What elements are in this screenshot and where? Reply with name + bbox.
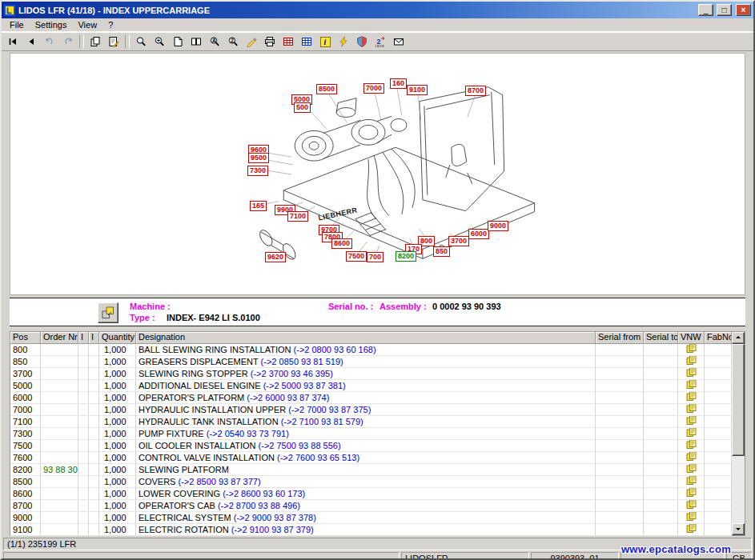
service-button[interactable] (335, 34, 352, 50)
designation-assembly-link[interactable]: (->2 6000 93 87 374) (244, 393, 329, 402)
hotspot-7100[interactable]: 7100 (287, 211, 308, 222)
table-row-8500[interactable]: 85001,000COVERS (->2 8500 93 87 377) (10, 476, 732, 488)
menu-settings[interactable]: Settings (30, 19, 73, 30)
page-preview-button[interactable] (86, 34, 104, 50)
designation-assembly-link[interactable]: (->2 7000 93 87 375) (286, 405, 371, 414)
designation-assembly-link[interactable]: (->2 8700 93 88 496) (215, 501, 300, 510)
designation-assembly-link[interactable]: (->2 0850 93 81 519) (259, 357, 343, 366)
designation-assembly-link[interactable]: (->2 7100 93 81 579) (279, 417, 363, 426)
table-scrollbar[interactable] (732, 331, 745, 536)
cell-vnw[interactable] (678, 500, 705, 512)
designation-assembly-link[interactable]: (->2 0540 93 73 791) (204, 429, 289, 438)
table-row-6000[interactable]: 60001,000OPERATOR'S PLATFORM (->2 6000 9… (10, 392, 732, 404)
table-row-3700[interactable]: 37001,000SLEWING RING STOPPER (->2 3700 … (10, 368, 732, 380)
hotspot-8500[interactable]: 8500 (316, 84, 337, 94)
first-page-button[interactable] (4, 34, 22, 50)
cell-vnw[interactable] (678, 344, 705, 356)
cell-vnw[interactable] (678, 488, 705, 500)
hotspot-9500[interactable]: 9500 (248, 153, 269, 163)
cell-vnw[interactable] (678, 404, 705, 416)
hotspot-9100[interactable]: 9100 (407, 85, 428, 95)
hotspot-160[interactable]: 160 (390, 78, 407, 89)
zoom-button[interactable] (132, 34, 150, 50)
hotspot-8700[interactable]: 8700 (465, 86, 486, 96)
designation-assembly-link[interactable]: (->2 8600 93 60 173) (220, 489, 305, 498)
cell-vnw[interactable] (678, 512, 705, 524)
hotspot-8600[interactable]: 8600 (331, 238, 352, 249)
table-row-8700[interactable]: 87001,000OPERATOR'S CAB (->2 8700 93 88 … (10, 500, 732, 512)
cell-vnw[interactable] (678, 452, 705, 464)
menu-help[interactable]: ? (102, 19, 118, 30)
assembly-hotspot-button[interactable] (98, 302, 118, 323)
table-row-9000[interactable]: 90001,000ELECTRICAL SYSTEM (->2 9000 93 … (10, 512, 732, 524)
hotspot-7500[interactable]: 7500 (346, 251, 367, 262)
cell-vnw[interactable] (678, 392, 705, 404)
hotspot-9000[interactable]: 9000 (488, 221, 508, 231)
hotspot-7300[interactable]: 7300 (247, 166, 268, 176)
hotspot-850[interactable]: 850 (433, 246, 450, 257)
cell-vnw[interactable] (678, 524, 705, 536)
cell-vnw[interactable] (678, 380, 705, 392)
view-back-button[interactable] (41, 34, 58, 50)
table-row-7000[interactable]: 70001,000HYDRAULIC INSTALLATION UPPER (-… (10, 404, 732, 416)
print-button[interactable] (261, 34, 279, 50)
table-row-8600[interactable]: 86001,000LOWER COVERING (->2 8600 93 60 … (10, 488, 732, 500)
table-row-850[interactable]: 8501,000GREASERS DISPLACEMENT (->2 0850 … (10, 356, 732, 368)
menu-file[interactable]: File (4, 19, 30, 30)
table-row-800[interactable]: 8001,000BALL SLEWING RING INSTALLATION (… (10, 344, 732, 356)
menu-view[interactable]: View (72, 19, 102, 30)
scroll-up-button[interactable] (732, 332, 745, 344)
scrollbar-thumb[interactable] (732, 344, 745, 456)
info-button[interactable]: i (316, 34, 334, 50)
lidos2-button[interactable]: 2LIDOS (371, 34, 389, 50)
page-edit-button[interactable] (105, 34, 122, 50)
hotspot-9620[interactable]: 9620 (265, 252, 286, 262)
table-row-9100[interactable]: 91001,000ELECTRIC ROTATION (->2 9100 93 … (10, 524, 732, 536)
parts-grid-red-button[interactable] (279, 34, 297, 50)
hotspot-7000[interactable]: 7000 (363, 83, 384, 94)
designation-assembly-link[interactable]: (->2 8500 93 87 377) (175, 477, 260, 486)
designation-assembly-link[interactable]: (->2 9000 93 87 378) (231, 513, 316, 522)
cell-vnw[interactable] (678, 464, 705, 476)
hotspot-8200[interactable]: 8200 (396, 251, 416, 262)
cell-vnw[interactable] (678, 368, 705, 380)
zoom-in-button[interactable] (151, 34, 168, 50)
close-button[interactable]: × (736, 4, 751, 16)
designation-assembly-link[interactable]: (->2 3700 93 46 395) (248, 369, 333, 378)
table-row-7100[interactable]: 71001,000HYDRAULIC TANK INSTALLATION (->… (10, 416, 732, 428)
cell-vnw[interactable] (678, 356, 705, 368)
parts-grid-blue-button[interactable] (298, 34, 315, 50)
fit-page-button[interactable] (169, 34, 187, 50)
hotspot-3700[interactable]: 3700 (448, 236, 469, 246)
security-button[interactable] (353, 34, 371, 50)
minimize-button[interactable]: _ (698, 4, 713, 16)
cell-vnw[interactable] (678, 428, 705, 440)
mail-button[interactable] (390, 34, 408, 50)
designation-assembly-link[interactable]: (->2 0800 93 60 168) (291, 345, 376, 354)
designation-assembly-link[interactable]: (->2 7500 93 88 556) (256, 441, 341, 450)
maximize-button[interactable]: □ (717, 4, 732, 16)
zoom-area-button[interactable]: A (206, 34, 223, 50)
scroll-down-button[interactable] (732, 523, 745, 535)
hotspot-700[interactable]: 700 (367, 252, 384, 262)
designation-assembly-link[interactable]: (->2 9100 93 87 379) (229, 525, 314, 534)
table-row-7600[interactable]: 76001,000CONTROL VALVE INSTALLATION (->2… (10, 452, 732, 464)
cell-vnw[interactable] (678, 476, 705, 488)
table-row-7300[interactable]: 73001,000PUMP FIXTURE (->2 0540 93 73 79… (10, 428, 732, 440)
view-forward-button[interactable] (59, 34, 77, 50)
edit-button[interactable] (243, 34, 260, 50)
table-row-5000[interactable]: 50001,000ADDITIONAL DIESEL ENGINE (->2 5… (10, 380, 732, 392)
table-row-7500[interactable]: 75001,000OIL COOLER INSTALLATION (->2 75… (10, 440, 732, 452)
hotspot-6000[interactable]: 6000 (468, 229, 489, 239)
designation-assembly-link[interactable]: (->2 7600 93 65 513) (275, 453, 359, 462)
hotspot-165[interactable]: 165 (250, 201, 267, 211)
scrollbar-track[interactable] (732, 344, 745, 523)
designation-assembly-link[interactable]: (->2 5000 93 87 381) (261, 381, 346, 390)
cell-vnw[interactable] (678, 416, 705, 428)
previous-page-button[interactable] (22, 34, 40, 50)
table-row-8200[interactable]: 820093 88 3011,000SLEWING PLATFORM (10, 464, 732, 476)
cell-vnw[interactable] (678, 440, 705, 452)
fit-width-button[interactable] (187, 34, 205, 50)
hotspot-500[interactable]: 500 (294, 102, 311, 113)
zoom-previous-button[interactable]: 2 (224, 34, 242, 50)
